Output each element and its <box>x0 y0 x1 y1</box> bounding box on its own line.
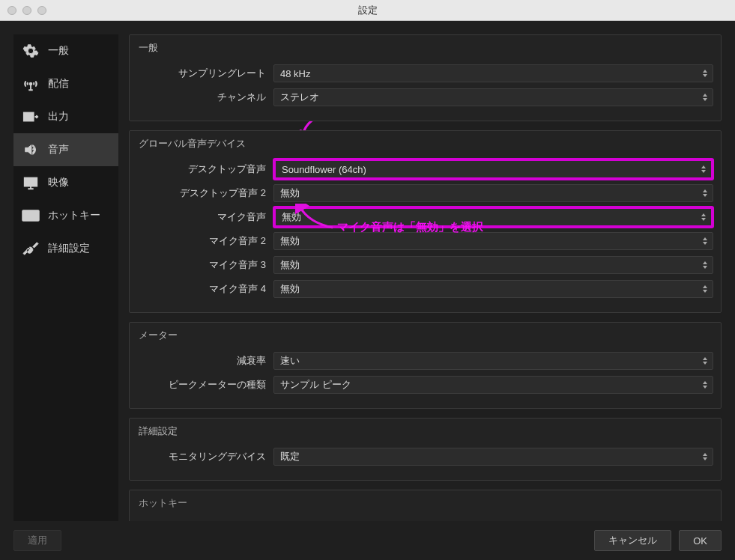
select-mic-audio-2[interactable]: 無効 <box>273 232 713 250</box>
keyboard-icon <box>21 210 40 222</box>
label-desktop-audio-2: デスクトップ音声 2 <box>137 186 269 200</box>
output-icon <box>21 109 40 125</box>
section-title: 一般 <box>139 41 713 55</box>
sidebar-item-label: 配信 <box>48 77 69 91</box>
select-value: 無効 <box>280 234 300 248</box>
sidebar-item-stream[interactable]: 配信 <box>13 67 118 100</box>
window-controls <box>7 6 46 15</box>
broadcast-icon <box>21 76 40 92</box>
section-title: 詳細設定 <box>139 424 713 438</box>
zoom-icon[interactable] <box>37 6 46 15</box>
select-desktop-audio-2[interactable]: 無効 <box>273 184 713 202</box>
settings-content: デスクトップ音声は「Soundflower (64ch)」を選択 一般 サンプリ… <box>129 34 722 521</box>
sidebar-item-video[interactable]: 映像 <box>13 166 118 199</box>
dropdown-icon <box>701 187 710 199</box>
sidebar-item-advanced[interactable]: 詳細設定 <box>13 232 118 265</box>
select-mic-audio-4[interactable]: 無効 <box>273 280 713 298</box>
sidebar-item-label: 音声 <box>48 143 69 156</box>
cancel-button[interactable]: キャンセル <box>594 530 671 551</box>
label-mic-audio: マイク音声 <box>137 210 269 224</box>
sidebar-item-audio[interactable]: 音声 <box>13 133 118 166</box>
section-general: 一般 サンプリングレート 48 kHz チャンネル ステレオ <box>129 34 722 121</box>
label-peak-meter-type: ピークメーターの種類 <box>137 378 269 392</box>
dropdown-icon <box>701 259 710 271</box>
svg-rect-2 <box>25 178 37 186</box>
section-global-audio-devices: グローバル音声デバイス デスクトップ音声 Soundflower (64ch) … <box>129 130 722 313</box>
select-value: Soundflower (64ch) <box>282 164 366 175</box>
dropdown-icon <box>701 91 710 103</box>
select-mic-audio[interactable]: 無効 <box>273 207 713 228</box>
section-title: メーター <box>139 329 713 342</box>
sidebar-item-label: ホットキー <box>48 209 100 222</box>
section-meter: メーター 減衰率 速い ピークメーターの種類 サンプル ピーク <box>129 322 722 409</box>
sidebar-item-hotkeys[interactable]: ホットキー <box>13 199 118 232</box>
sidebar-item-label: 詳細設定 <box>48 242 90 255</box>
sidebar-item-general[interactable]: 一般 <box>13 34 118 67</box>
monitor-icon <box>21 174 40 191</box>
select-value: 無効 <box>280 258 300 272</box>
section-title: ホットキー <box>139 496 713 510</box>
label-mic-audio-2: マイク音声 2 <box>137 234 269 248</box>
select-value: 既定 <box>280 450 300 463</box>
minimize-icon[interactable] <box>22 6 31 15</box>
sidebar-item-output[interactable]: 出力 <box>13 100 118 133</box>
ok-button[interactable]: OK <box>679 530 722 551</box>
dropdown-icon <box>699 211 708 223</box>
dialog-footer: 適用 キャンセル OK <box>0 521 735 560</box>
tools-icon <box>21 240 40 257</box>
svg-point-0 <box>30 83 32 85</box>
dropdown-icon <box>699 163 708 175</box>
label-sample-rate: サンプリングレート <box>137 67 269 80</box>
section-title: グローバル音声デバイス <box>139 137 713 150</box>
select-value: サンプル ピーク <box>280 378 351 392</box>
select-value: 無効 <box>280 186 300 200</box>
select-sample-rate[interactable]: 48 kHz <box>273 64 713 82</box>
svg-rect-1 <box>24 113 34 121</box>
dropdown-icon <box>701 379 710 391</box>
select-value: 48 kHz <box>280 68 310 79</box>
select-monitoring-device[interactable]: 既定 <box>273 448 713 466</box>
sidebar-item-label: 映像 <box>48 176 69 189</box>
apply-button[interactable]: 適用 <box>13 530 61 551</box>
dropdown-icon <box>701 235 710 247</box>
label-channels: チャンネル <box>137 91 269 104</box>
dropdown-icon <box>701 67 710 79</box>
gear-icon <box>21 43 40 59</box>
label-desktop-audio: デスクトップ音声 <box>137 162 269 176</box>
select-channels[interactable]: ステレオ <box>273 88 713 106</box>
select-mic-audio-3[interactable]: 無効 <box>273 256 713 274</box>
label-monitoring-device: モニタリングデバイス <box>137 450 269 463</box>
select-value: 速い <box>280 354 300 368</box>
select-peak-meter-type[interactable]: サンプル ピーク <box>273 376 713 394</box>
speaker-icon <box>21 141 40 158</box>
close-icon[interactable] <box>7 6 16 15</box>
label-decay-rate: 減衰率 <box>137 354 269 368</box>
sidebar-item-label: 出力 <box>48 110 69 124</box>
dropdown-icon <box>701 451 710 463</box>
section-hotkeys: ホットキー <box>129 490 722 521</box>
label-mic-audio-3: マイク音声 3 <box>137 258 269 272</box>
label-mic-audio-4: マイク音声 4 <box>137 282 269 296</box>
dropdown-icon <box>701 355 710 367</box>
select-desktop-audio[interactable]: Soundflower (64ch) <box>273 159 713 180</box>
select-value: 無効 <box>280 282 300 296</box>
select-value: 無効 <box>282 210 301 224</box>
settings-sidebar: 一般 配信 出力 音声 映像 ホットキー <box>13 34 118 521</box>
select-value: ステレオ <box>280 91 319 104</box>
window-title: 設定 <box>358 4 378 17</box>
sidebar-item-label: 一般 <box>48 44 69 58</box>
select-decay-rate[interactable]: 速い <box>273 352 713 370</box>
section-advanced: 詳細設定 モニタリングデバイス 既定 <box>129 418 722 481</box>
dropdown-icon <box>701 283 710 295</box>
window-titlebar: 設定 <box>0 0 735 21</box>
